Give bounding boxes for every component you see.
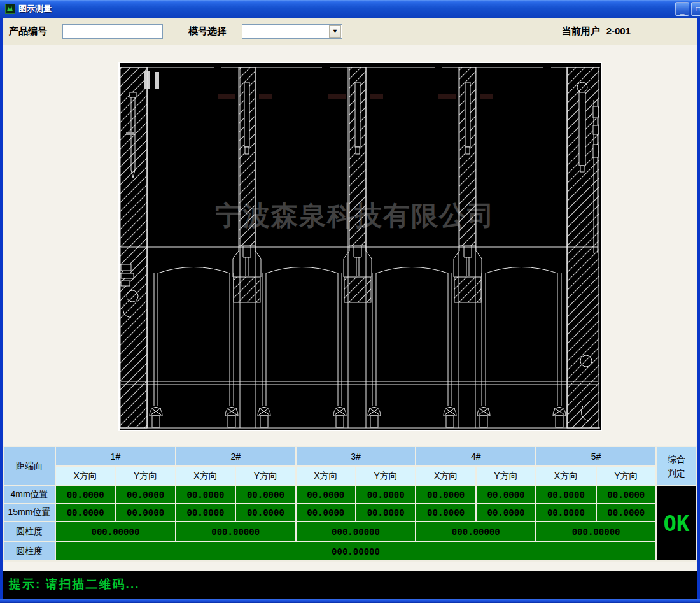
subheader-x: X方向	[536, 467, 595, 485]
mold-select-dropdown[interactable]: ▼	[242, 24, 342, 39]
subheader-y: Y方向	[477, 467, 535, 485]
app-icon	[5, 4, 15, 14]
value-cell: 00.0000	[176, 486, 235, 503]
subheader-x: X方向	[176, 467, 235, 485]
value-cell: 00.0000	[236, 504, 295, 521]
current-user-label: 当前用户	[562, 25, 600, 36]
cylindricity-cell: 000.00000	[297, 522, 416, 541]
cylindricity-overall-cell: 000.00000	[56, 542, 655, 560]
value-cell: 00.0000	[236, 486, 295, 503]
cylindricity-cell: 000.00000	[56, 522, 175, 541]
value-cell: 00.0000	[56, 486, 115, 503]
subheader-x: X方向	[416, 467, 475, 485]
form-bar: 产品编号 模号选择 ▼ 当前用户2-001	[3, 18, 697, 45]
minimize-button[interactable]: _	[675, 2, 689, 16]
group-header-4: 4#	[416, 447, 535, 465]
cylindricity-cell: 000.00000	[416, 522, 535, 541]
status-message: 提示: 请扫描二维码...	[9, 576, 139, 593]
verdict-result: OK	[664, 511, 690, 536]
value-cell: 00.0000	[416, 504, 475, 521]
mold-section-drawing: 宁波森泉科技有限公司	[118, 62, 602, 431]
window-border-right	[697, 18, 700, 603]
mold-select-label: 模号选择	[188, 25, 227, 38]
verdict-header: 综合 判定	[657, 447, 696, 485]
product-number-input[interactable]	[62, 24, 163, 39]
value-cell: 00.0000	[297, 486, 355, 503]
chevron-down-icon[interactable]: ▼	[329, 25, 341, 38]
value-cell: 00.0000	[536, 504, 595, 521]
group-header-2: 2#	[176, 447, 295, 465]
table-corner-header: 距端面	[4, 447, 55, 485]
title-bar: 图示测量 _ □	[0, 0, 700, 18]
value-cell: 00.0000	[116, 486, 174, 503]
value-cell: 00.0000	[477, 486, 535, 503]
subheader-x: X方向	[297, 467, 355, 485]
subheader-y: Y方向	[116, 467, 174, 485]
window-title: 图示测量	[18, 3, 52, 15]
window-border-left	[0, 18, 3, 603]
status-bar: 提示: 请扫描二维码...	[0, 571, 700, 599]
value-cell: 00.0000	[536, 486, 595, 503]
group-header-1: 1#	[56, 447, 175, 465]
group-header-3: 3#	[297, 447, 416, 465]
cylindricity-cell: 000.00000	[536, 522, 655, 541]
row-label-15mm: 15mm位置	[4, 504, 55, 521]
value-cell: 00.0000	[56, 504, 115, 521]
current-user: 当前用户2-001	[562, 25, 631, 38]
subheader-y: Y方向	[236, 467, 295, 485]
subheader-y: Y方向	[356, 467, 415, 485]
subheader-x: X方向	[56, 467, 115, 485]
value-cell: 00.0000	[297, 504, 355, 521]
value-cell: 00.0000	[356, 504, 415, 521]
window-border-bottom	[0, 599, 700, 603]
product-number-label: 产品编号	[9, 25, 47, 38]
verdict-result-cell: OK	[657, 486, 696, 560]
value-cell: 00.0000	[176, 504, 235, 521]
app-window: 图示测量 _ □ 产品编号 模号选择 ▼ 当前用户2-001	[0, 0, 700, 603]
value-cell: 00.0000	[416, 486, 475, 503]
row-label-4mm: 4mm位置	[4, 486, 55, 503]
subheader-y: Y方向	[597, 467, 655, 485]
value-cell: 00.0000	[597, 486, 655, 503]
value-cell: 00.0000	[477, 504, 535, 521]
value-cell: 00.0000	[356, 486, 415, 503]
row-label-cylindricity: 圆柱度	[4, 522, 55, 541]
measurement-table: 距端面 1# 2# 3# 4# 5# 综合 判定 X方向 Y方向 X方向 Y方向…	[3, 446, 697, 562]
value-cell: 00.0000	[116, 504, 174, 521]
group-header-5: 5#	[536, 447, 655, 465]
cylindricity-cell: 000.00000	[176, 522, 295, 541]
value-cell: 00.0000	[597, 504, 655, 521]
current-user-id: 2-001	[606, 25, 631, 36]
row-label-cylindricity-overall: 圆柱度	[4, 542, 55, 560]
maximize-button[interactable]: □	[691, 2, 700, 16]
